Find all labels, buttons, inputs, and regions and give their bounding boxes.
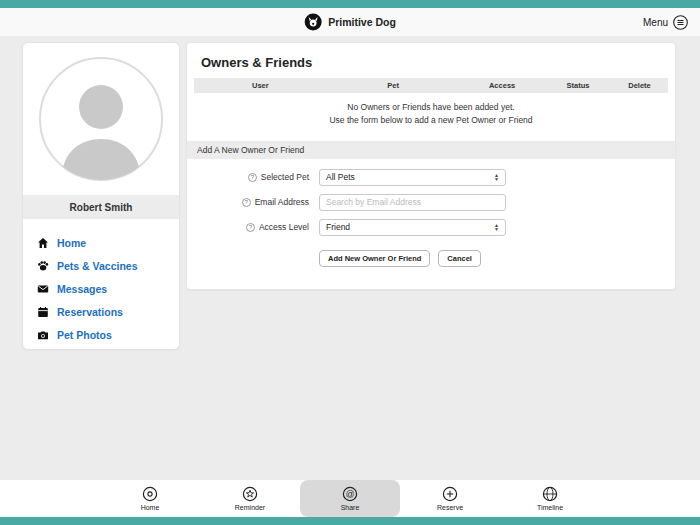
sidebar-item-pet-photos[interactable]: Pet Photos <box>23 323 179 346</box>
email-label: Email Address <box>255 197 309 207</box>
selected-pet-label: Selected Pet <box>261 172 309 182</box>
help-icon[interactable]: ? <box>248 173 257 182</box>
sidebar-item-label: Reservations <box>57 306 123 318</box>
sidebar-nav: Home Pets & Vaccines Messages <box>23 231 179 346</box>
access-level-label: Access Level <box>259 222 309 232</box>
tab-home[interactable]: Home <box>100 480 200 517</box>
selected-pet-value: All Pets <box>326 172 355 182</box>
menu-button[interactable]: Menu <box>643 8 688 36</box>
col-pet: Pet <box>327 81 460 90</box>
sidebar-item-label: Messages <box>57 283 107 295</box>
dog-logo-icon <box>304 13 322 31</box>
plus-icon <box>442 486 458 502</box>
selected-pet-label-group: ? Selected Pet <box>187 172 309 182</box>
app-header: Primitive Dog Menu <box>0 8 700 36</box>
col-status: Status <box>545 81 611 90</box>
camera-icon <box>37 329 49 341</box>
app-window: Primitive Dog Menu Robert Smith <box>0 0 700 525</box>
page-title: Owners & Friends <box>187 43 675 78</box>
add-owner-section-title: Add A New Owner Or Friend <box>187 141 675 159</box>
email-field[interactable] <box>319 194 506 211</box>
empty-state-line1: No Owners or Friends have been added yet… <box>194 101 668 114</box>
app-title: Primitive Dog <box>328 16 396 28</box>
col-delete: Delete <box>611 81 668 90</box>
svg-text:@: @ <box>346 489 355 499</box>
calendar-icon <box>37 306 49 318</box>
paw-icon <box>37 260 49 272</box>
access-level-row: ? Access Level Friend ▲▼ <box>187 219 675 236</box>
hamburger-icon <box>673 15 688 30</box>
help-icon[interactable]: ? <box>242 198 251 207</box>
tab-timeline[interactable]: Timeline <box>500 480 600 517</box>
sidebar-item-messages[interactable]: Messages <box>23 277 179 300</box>
owners-friends-panel: Owners & Friends User Pet Access Status … <box>186 42 676 290</box>
tab-label: Timeline <box>537 504 563 511</box>
email-row: ? Email Address <box>187 194 675 211</box>
sidebar-item-label: Pet Photos <box>57 329 112 341</box>
tab-reserve[interactable]: Reserve <box>400 480 500 517</box>
cancel-button[interactable]: Cancel <box>438 250 481 267</box>
tab-label: Home <box>141 504 160 511</box>
menu-label: Menu <box>643 17 668 28</box>
profile-sidebar: Robert Smith Home Pets & Vaccines <box>22 42 180 350</box>
tab-share[interactable]: @ Share <box>300 480 400 517</box>
selected-pet-select[interactable]: All Pets ▲▼ <box>319 169 506 186</box>
record-icon <box>142 486 158 502</box>
brand: Primitive Dog <box>304 8 396 36</box>
sidebar-item-home[interactable]: Home <box>23 231 179 254</box>
envelope-icon <box>37 283 49 295</box>
access-level-select[interactable]: Friend ▲▼ <box>319 219 506 236</box>
sidebar-item-label: Pets & Vaccines <box>57 260 138 272</box>
avatar <box>37 55 165 187</box>
bottom-tab-bar: Home Reminder @ Share Reserve <box>0 480 700 517</box>
tab-label: Share <box>341 504 360 511</box>
chevron-updown-icon: ▲▼ <box>494 223 499 231</box>
top-accent-bar <box>0 0 700 8</box>
tab-reminder[interactable]: Reminder <box>200 480 300 517</box>
access-level-value: Friend <box>326 222 350 232</box>
access-level-label-group: ? Access Level <box>187 222 309 232</box>
help-icon[interactable]: ? <box>246 223 255 232</box>
user-name: Robert Smith <box>23 195 179 219</box>
sidebar-item-reservations[interactable]: Reservations <box>23 300 179 323</box>
sidebar-item-pets-vaccines[interactable]: Pets & Vaccines <box>23 254 179 277</box>
selected-pet-row: ? Selected Pet All Pets ▲▼ <box>187 169 675 186</box>
empty-state-line2: Use the form below to add a new Pet Owne… <box>194 114 668 127</box>
chevron-updown-icon: ▲▼ <box>494 173 499 181</box>
tab-label: Reserve <box>437 504 463 511</box>
home-icon <box>37 237 49 249</box>
add-owner-form: ? Selected Pet All Pets ▲▼ ? Email Addre… <box>187 159 675 267</box>
globe-icon <box>542 486 558 502</box>
email-label-group: ? Email Address <box>187 197 309 207</box>
bottom-accent-bar <box>0 517 700 525</box>
col-access: Access <box>459 81 544 90</box>
tab-label: Reminder <box>235 504 265 511</box>
owners-table-header: User Pet Access Status Delete <box>194 78 668 93</box>
col-user: User <box>194 81 327 90</box>
empty-state: No Owners or Friends have been added yet… <box>194 93 668 137</box>
at-icon: @ <box>342 486 358 502</box>
sidebar-item-label: Home <box>57 237 86 249</box>
star-icon <box>242 486 258 502</box>
add-owner-button[interactable]: Add New Owner Or Friend <box>319 250 430 267</box>
form-buttons: Add New Owner Or Friend Cancel <box>319 250 675 267</box>
